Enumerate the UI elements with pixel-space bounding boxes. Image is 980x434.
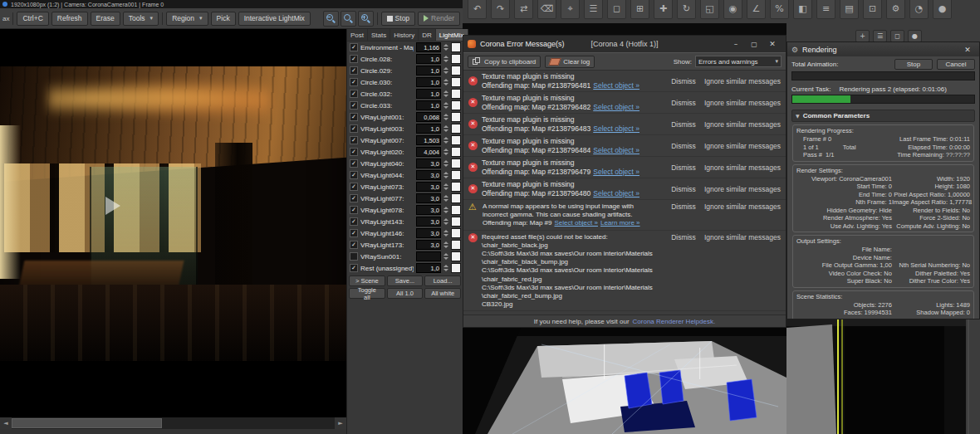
spinner-down-icon[interactable] bbox=[443, 234, 448, 237]
toolbar-icon[interactable]: ⇄ bbox=[514, 0, 533, 19]
intensity-input[interactable]: 4,004 bbox=[416, 147, 441, 157]
spinner-down-icon[interactable] bbox=[443, 164, 448, 167]
zoom-in-icon[interactable] bbox=[358, 11, 374, 27]
select-object-link[interactable]: Select object » bbox=[593, 146, 639, 154]
dismiss-button[interactable]: Dismiss bbox=[671, 77, 696, 85]
spinner-up-icon[interactable] bbox=[443, 44, 448, 46]
light-checkbox[interactable] bbox=[350, 264, 358, 272]
color-swatch[interactable] bbox=[451, 135, 461, 145]
toolbar-icon[interactable]: ↷ bbox=[491, 0, 510, 19]
light-checkbox[interactable] bbox=[350, 148, 358, 156]
toolbar-icon[interactable]: ⌫ bbox=[537, 0, 556, 19]
toolbar-icon[interactable]: ↶ bbox=[468, 0, 487, 19]
dismiss-button[interactable]: Dismiss bbox=[671, 120, 696, 129]
zoom-reset-icon[interactable] bbox=[341, 11, 356, 27]
light-checkbox[interactable] bbox=[350, 101, 358, 110]
color-swatch[interactable] bbox=[451, 158, 461, 168]
refresh-button[interactable]: Refresh bbox=[51, 12, 88, 26]
toggle-all-button[interactable]: Toggle all bbox=[349, 288, 385, 299]
common-parameters-rollout[interactable]: Common Parameters bbox=[791, 110, 975, 122]
color-swatch[interactable] bbox=[451, 205, 461, 215]
close-icon[interactable] bbox=[763, 37, 782, 51]
light-checkbox[interactable] bbox=[350, 171, 358, 179]
dismiss-button[interactable]: Dismiss bbox=[671, 99, 696, 107]
scroll-thumb[interactable] bbox=[12, 418, 162, 428]
light-checkbox[interactable] bbox=[350, 229, 358, 237]
scroll-right-icon[interactable]: ► bbox=[335, 417, 346, 429]
horizontal-scrollbar[interactable]: ◄ ► bbox=[0, 417, 346, 429]
intensity-input[interactable]: 3,0 bbox=[416, 193, 441, 203]
color-swatch[interactable] bbox=[451, 193, 461, 203]
spinner-down-icon[interactable] bbox=[443, 48, 448, 51]
light-checkbox[interactable] bbox=[350, 206, 358, 214]
spinner-down-icon[interactable] bbox=[443, 118, 448, 120]
spinner-up-icon[interactable] bbox=[443, 183, 448, 186]
toolbar-icon[interactable]: ↻ bbox=[677, 0, 696, 19]
toolbar-icon[interactable]: ✚ bbox=[654, 0, 673, 19]
spinner-down-icon[interactable] bbox=[443, 95, 448, 97]
spinner-down-icon[interactable] bbox=[443, 211, 448, 213]
spinner-up-icon[interactable] bbox=[443, 195, 448, 197]
select-object-link[interactable]: Select object » bbox=[593, 81, 639, 90]
light-checkbox[interactable] bbox=[350, 43, 358, 51]
spinner-up-icon[interactable] bbox=[443, 218, 448, 221]
spinner-up-icon[interactable] bbox=[443, 149, 448, 151]
spinner-up-icon[interactable] bbox=[443, 56, 448, 58]
render-canvas[interactable] bbox=[0, 29, 346, 417]
select-object-link[interactable]: Select object » bbox=[593, 168, 639, 176]
stop-button[interactable]: Stop bbox=[894, 59, 933, 70]
light-checkbox[interactable] bbox=[350, 159, 358, 168]
color-swatch[interactable] bbox=[451, 263, 461, 273]
learn-more-link[interactable]: Learn more » bbox=[600, 219, 640, 227]
intensity-input[interactable]: 3,0 bbox=[416, 217, 441, 227]
color-swatch[interactable] bbox=[451, 54, 461, 64]
copy-button[interactable]: Ctrl+C bbox=[17, 12, 48, 26]
viewport-layout-icon[interactable]: ☰ bbox=[873, 30, 887, 41]
color-swatch[interactable] bbox=[451, 240, 461, 250]
spinner-down-icon[interactable] bbox=[443, 60, 448, 62]
dismiss-button[interactable]: Dismiss bbox=[671, 142, 696, 150]
light-checkbox[interactable] bbox=[350, 55, 358, 63]
light-checkbox[interactable] bbox=[350, 241, 358, 249]
color-swatch[interactable] bbox=[451, 182, 461, 192]
light-checkbox[interactable] bbox=[350, 252, 358, 261]
spinner-up-icon[interactable] bbox=[443, 172, 448, 174]
light-checkbox[interactable] bbox=[350, 194, 358, 202]
maximize-icon[interactable] bbox=[745, 37, 763, 51]
select-object-link[interactable]: Select object » bbox=[554, 219, 597, 227]
scroll-track[interactable] bbox=[12, 417, 335, 429]
spinner-down-icon[interactable] bbox=[443, 71, 448, 74]
color-swatch[interactable] bbox=[451, 217, 461, 227]
spinner-up-icon[interactable] bbox=[443, 114, 448, 116]
ignore-similar-button[interactable]: Ignore similar messages bbox=[704, 142, 781, 150]
intensity-input[interactable]: 1,0 bbox=[416, 54, 441, 64]
spinner-down-icon[interactable] bbox=[443, 83, 448, 85]
intensity-input[interactable]: 3,0 bbox=[416, 240, 441, 250]
color-swatch[interactable] bbox=[451, 251, 461, 261]
spinner-down-icon[interactable] bbox=[443, 222, 448, 225]
spinner-up-icon[interactable] bbox=[443, 137, 448, 139]
intensity-input[interactable]: 1,503 bbox=[416, 135, 441, 145]
light-checkbox[interactable] bbox=[350, 66, 358, 75]
spinner-down-icon[interactable] bbox=[443, 176, 448, 178]
ignore-similar-button[interactable]: Ignore similar messages bbox=[704, 233, 781, 241]
toolbar-icon[interactable]: ◻ bbox=[607, 0, 626, 19]
intensity-input[interactable]: 3,0 bbox=[416, 182, 441, 192]
intensity-input[interactable]: 1,0 bbox=[416, 89, 441, 99]
toolbar-icon[interactable]: ☰ bbox=[584, 0, 603, 19]
color-swatch[interactable] bbox=[451, 77, 461, 87]
toolbar-icon[interactable]: ▤ bbox=[840, 0, 859, 19]
interactive-lightmix-button[interactable]: Interactive LightMix bbox=[238, 12, 311, 26]
stop-render-button[interactable]: Stop bbox=[381, 12, 416, 26]
intensity-input[interactable]: 1,0 bbox=[416, 263, 441, 273]
spinner-down-icon[interactable] bbox=[443, 129, 448, 132]
render-image[interactable] bbox=[0, 66, 346, 361]
spinner-down-icon[interactable] bbox=[443, 141, 448, 144]
intensity-input[interactable]: 1,166 bbox=[416, 42, 441, 52]
toolbar-icon[interactable]: ⊞ bbox=[630, 0, 649, 19]
panel-tab[interactable]: Post bbox=[347, 29, 368, 41]
viewport-right-section[interactable] bbox=[786, 319, 980, 434]
helpdesk-link[interactable]: Corona Renderer Helpdesk. bbox=[633, 318, 716, 325]
panel-tab[interactable]: Stats bbox=[368, 29, 390, 41]
light-checkbox[interactable] bbox=[350, 78, 358, 86]
